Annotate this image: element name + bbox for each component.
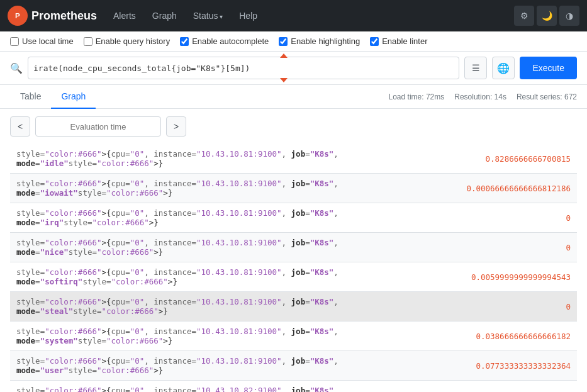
table-value: 0.077333333333332364 [350,351,577,381]
nav-graph[interactable]: Graph [146,8,183,23]
table-value: 0.8286666666700815 [350,144,577,174]
table-row: style="color:#666">{cpu="0", instance="1… [10,174,350,203]
execute-button[interactable]: Execute [520,57,577,79]
autocomplete-cursor-bottom [280,78,288,82]
search-icon: 🔍 [10,62,23,74]
load-time: Load time: 72ms [389,92,445,101]
result-series: Result series: 672 [517,92,577,101]
tabs-row: Table Graph Load time: 72ms Resolution: … [0,85,587,109]
nav-help[interactable]: Help [233,8,264,23]
table-value: 0.0059999999999994543 [350,262,577,292]
table-row: style="color:#666">{cpu="0", instance="1… [10,262,350,292]
nav-status[interactable]: Status [187,8,229,23]
enable-autocomplete-option[interactable]: Enable autocomplete [180,36,269,46]
eval-prev-button[interactable]: < [10,116,30,137]
use-local-time-option[interactable]: Use local time [10,36,74,46]
tab-table[interactable]: Table [10,85,51,109]
table-value: 0 [350,203,577,233]
results-table: style="color:#666">{cpu="0", instance="1… [10,144,577,392]
settings-button[interactable]: ⚙ [514,6,534,26]
use-local-time-checkbox[interactable] [10,37,19,46]
query-input-wrap [28,57,459,79]
table-row: style="color:#666">{cpu="0", instance="1… [10,144,350,174]
prometheus-logo: P [8,6,28,26]
table-value: 0.038666666666666182 [350,322,577,351]
autocomplete-cursor-top [280,53,288,58]
eval-next-button[interactable]: > [166,116,186,137]
options-bar: Use local time Enable query history Enab… [0,31,587,52]
tabs-info: Load time: 72ms Resolution: 14s Result s… [389,92,577,101]
query-metrics-button[interactable]: 🌐 [492,57,515,79]
query-input[interactable] [33,64,454,73]
table-value: 0 [350,292,577,322]
query-bar: 🔍 ☰ 🌐 Execute [0,52,587,85]
table-row: style="color:#666">{cpu="0", instance="1… [10,381,350,393]
theme-contrast-button[interactable]: ◑ [559,6,579,26]
enable-highlighting-checkbox[interactable] [279,37,288,46]
enable-autocomplete-checkbox[interactable] [180,37,189,46]
svg-text:P: P [15,11,20,20]
enable-linter-option[interactable]: Enable linter [370,36,427,46]
theme-moon-button[interactable]: 🌙 [537,6,557,26]
nav-alerts[interactable]: Alerts [107,8,142,23]
table-row: style="color:#666">{cpu="0", instance="1… [10,351,350,381]
enable-linter-checkbox[interactable] [370,37,379,46]
eval-time-row: < > [10,116,577,137]
nav-status-dropdown[interactable]: Status [187,8,229,23]
navbar-right: ⚙ 🌙 ◑ [514,6,579,26]
table-row: style="color:#666">{cpu="0", instance="1… [10,203,350,233]
table-row: style="color:#666">{cpu="0", instance="1… [10,292,350,322]
tab-graph[interactable]: Graph [51,85,96,109]
enable-query-history-option[interactable]: Enable query history [84,36,171,46]
table-row: style="color:#666">{cpu="0", instance="1… [10,322,350,351]
content-area: < > style="color:#666">{cpu="0", instanc… [0,109,587,392]
table-row: style="color:#666">{cpu="0", instance="1… [10,233,350,262]
navbar: P Prometheus Alerts Graph Status Help ⚙ … [0,0,587,31]
table-value: 0.75999999999976716 [350,381,577,393]
enable-query-history-checkbox[interactable] [84,37,92,46]
table-value: 0 [350,233,577,262]
enable-highlighting-option[interactable]: Enable highlighting [279,36,360,46]
eval-time-input[interactable] [35,116,161,137]
table-value: 0.00066666666666812186 [350,174,577,203]
resolution: Resolution: 14s [454,92,506,101]
query-list-button[interactable]: ☰ [464,57,487,79]
navbar-brand: Prometheus [31,9,97,23]
